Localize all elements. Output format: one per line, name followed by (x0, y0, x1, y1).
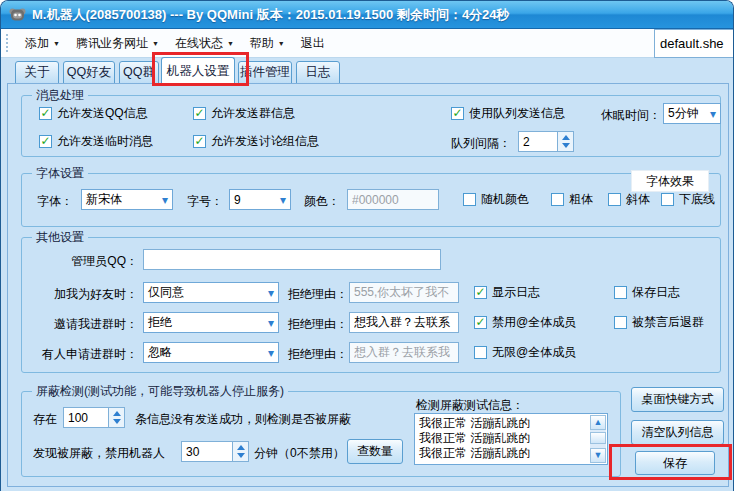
disable-minutes-input[interactable] (181, 441, 233, 462)
reject-reason-label: 拒绝理由： (288, 346, 348, 363)
scrollbar-thumb[interactable] (590, 432, 606, 444)
queue-interval-stepper[interactable] (518, 131, 574, 152)
font-family-select[interactable]: 新宋体▾ (81, 189, 173, 210)
list-item[interactable]: 我很正常 活蹦乱跳的 (419, 446, 587, 461)
checkbox-quit-when-muted[interactable]: ✓ 被禁言后退群 (614, 314, 704, 330)
list-item[interactable]: 我很正常 活蹦乱跳的 (419, 431, 587, 446)
checkbox-allow-group-messages[interactable]: ✓ 允许发送群信息 (193, 105, 295, 121)
test-message-listbox[interactable]: 我很正常 活蹦乱跳的 我很正常 活蹦乱跳的 我很正常 活蹦乱跳的 ▲ ▼ (414, 413, 608, 465)
fail-count-stepper[interactable] (63, 407, 125, 428)
list-item[interactable]: 我很正常 活蹦乱跳的 (419, 416, 587, 431)
checkbox-use-queue[interactable]: ✓ 使用队列发送信息 (451, 105, 565, 121)
join-reject-reason-input[interactable] (349, 342, 459, 363)
friend-request-select[interactable]: 仅同意▾ (143, 282, 279, 303)
check-icon: ✓ (40, 107, 50, 119)
chevron-down-icon: ▼ (152, 40, 159, 47)
scrollbar-track[interactable] (590, 430, 606, 448)
checkbox-box: ✓ (474, 286, 487, 299)
check-count-button[interactable]: 查数量 (347, 439, 403, 464)
checkbox-box: ✓ (193, 135, 206, 148)
sleep-time-label: 休眠时间： (601, 107, 661, 124)
group-invite-select[interactable]: 拒绝▾ (143, 312, 279, 333)
sleep-time-select[interactable]: 5分钟▾ (663, 103, 721, 124)
chevron-down-icon: ▾ (162, 194, 168, 206)
checkbox-box: ✓ (474, 346, 487, 359)
chevron-down-icon: ▾ (280, 194, 286, 206)
checkbox-box: ✓ (474, 316, 487, 329)
group-invite-label: 邀请我进群时： (21, 316, 138, 333)
invite-reject-reason-input[interactable] (349, 312, 459, 333)
menu-add[interactable]: 添加▼ (17, 31, 68, 56)
menu-bar: 添加▼ 腾讯业务网址▼ 在线状态▼ 帮助▼ 退出 (1, 29, 733, 58)
friend-reject-reason-input[interactable] (349, 282, 459, 303)
stepper-arrows-icon[interactable] (558, 131, 574, 152)
group-title: 字体设置 (32, 165, 88, 182)
checkbox-box: ✓ (39, 107, 52, 120)
reject-reason-label: 拒绝理由： (288, 316, 348, 333)
fail-count-input[interactable] (63, 407, 109, 428)
tab-qq-groups[interactable]: QQ群 (119, 61, 159, 84)
scroll-up-icon[interactable]: ▲ (590, 415, 606, 430)
menu-tencent-urls[interactable]: 腾讯业务网址▼ (68, 31, 167, 56)
desktop-shortcut-button[interactable]: 桌面快键方式 (631, 387, 724, 412)
config-file-input[interactable] (654, 29, 733, 58)
checkbox-ban-at-all[interactable]: ✓ 禁用@全体成员 (474, 314, 576, 330)
friend-request-label: 加我为好友时： (21, 286, 138, 303)
queue-interval-input[interactable] (518, 131, 558, 152)
checkbox-box: ✓ (39, 135, 52, 148)
checkbox-unlimited-at-all[interactable]: ✓ 无限@全体成员 (474, 344, 576, 360)
checkbox-box: ✓ (661, 193, 674, 206)
check-icon: ✓ (475, 286, 485, 298)
disable-minutes-stepper[interactable] (181, 441, 249, 462)
tab-logs[interactable]: 日志 (296, 61, 340, 84)
chevron-down-icon: ▾ (268, 287, 274, 299)
font-label: 字体： (37, 193, 73, 210)
tab-qq-friends[interactable]: QQ好友 (63, 61, 115, 84)
stepper-arrows-icon[interactable] (233, 441, 249, 462)
reject-reason-label: 拒绝理由： (288, 286, 348, 303)
checkbox-show-log[interactable]: ✓ 显示日志 (474, 284, 540, 300)
join-request-select[interactable]: 忽略▾ (143, 342, 279, 363)
group-title: 消息处理 (32, 87, 88, 104)
admin-qq-input[interactable] (143, 249, 441, 270)
checkbox-box: ✓ (608, 193, 621, 206)
scrollbar[interactable]: ▲ ▼ (590, 415, 606, 463)
check-icon: ✓ (475, 316, 485, 328)
checkbox-bold[interactable]: ✓ 粗体 (551, 191, 593, 207)
checkbox-italic[interactable]: ✓ 斜体 (608, 191, 650, 207)
test-message-label: 检测屏蔽测试信息： (416, 397, 524, 414)
tab-robot-settings[interactable]: 机器人设置 (161, 57, 235, 84)
chevron-down-icon: ▼ (227, 40, 234, 47)
checkbox-random-color[interactable]: ✓ 随机颜色 (463, 191, 529, 207)
font-size-label: 字号： (187, 193, 223, 210)
robot-icon (9, 7, 26, 22)
font-color-input[interactable] (347, 189, 439, 210)
clear-queue-button[interactable]: 清空队列信息 (631, 420, 724, 445)
checkbox-box: ✓ (463, 193, 476, 206)
menu-online-status[interactable]: 在线状态▼ (167, 31, 242, 56)
tab-plugin-management[interactable]: 插件管理 (238, 61, 292, 84)
chevron-down-icon: ▼ (53, 40, 60, 47)
font-effect-button[interactable]: 字体效果 (631, 170, 709, 192)
save-button[interactable]: 保存 (635, 451, 715, 475)
checkbox-underline[interactable]: ✓ 下底线 (661, 191, 715, 207)
font-size-select[interactable]: 9▾ (229, 189, 291, 210)
check-icon: ✓ (194, 107, 204, 119)
tab-about[interactable]: 关于 (15, 61, 59, 84)
group-title: 其他设置 (32, 229, 88, 246)
menu-exit[interactable]: 退出 (293, 31, 333, 56)
group-title: 屏蔽检测(测试功能，可能导致机器人停止服务) (32, 383, 288, 400)
queue-interval-label: 队列间隔： (451, 135, 511, 152)
checkbox-box: ✓ (614, 316, 627, 329)
checkbox-allow-qq-messages[interactable]: ✓ 允许发送QQ信息 (39, 105, 148, 121)
stepper-arrows-icon[interactable] (109, 407, 125, 428)
checkbox-save-log[interactable]: ✓ 保存日志 (614, 284, 680, 300)
scroll-down-icon[interactable]: ▼ (590, 448, 606, 463)
admin-qq-label: 管理员QQ： (21, 253, 138, 270)
font-color-label: 颜色： (304, 193, 340, 210)
menu-help[interactable]: 帮助▼ (242, 31, 293, 56)
checkbox-box: ✓ (193, 107, 206, 120)
checkbox-allow-temp-messages[interactable]: ✓ 允许发送临时消息 (39, 133, 153, 149)
check-icon: ✓ (194, 135, 204, 147)
checkbox-allow-discussion-messages[interactable]: ✓ 允许发送讨论组信息 (193, 133, 319, 149)
